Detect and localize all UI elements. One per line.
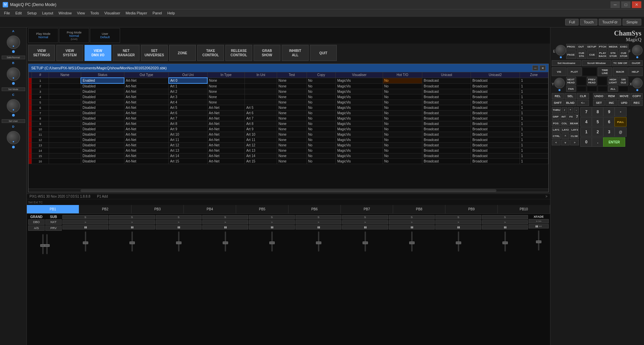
row-test[interactable]: None — [277, 137, 307, 143]
menu-panel[interactable]: Panel — [150, 10, 165, 16]
row-test[interactable]: None — [277, 148, 307, 153]
x-knob[interactable] — [632, 78, 643, 88]
fx-btn[interactable]: FX — [568, 114, 574, 120]
s-btn-1[interactable]: S — [62, 215, 108, 219]
row-test[interactable]: None — [277, 78, 307, 83]
row-hot-to[interactable]: No — [383, 83, 422, 89]
row-unicast2[interactable]: Broadcast — [471, 78, 520, 83]
row-out-type[interactable]: Art-Net — [124, 153, 169, 159]
row-in-uni[interactable]: Art 9 — [245, 127, 277, 132]
pb1-btn[interactable]: PB1 — [27, 205, 79, 213]
row-copy[interactable]: No — [307, 132, 336, 137]
row-zone[interactable]: 1 — [520, 94, 548, 100]
grand-fader[interactable] — [42, 234, 44, 254]
row-hot-to[interactable]: No — [383, 89, 422, 94]
tc-sim-btn[interactable]: TC SIM Off — [612, 60, 629, 66]
row-copy[interactable]: No — [307, 83, 336, 89]
row-zone[interactable]: 1 — [520, 78, 548, 83]
scrollbar[interactable] — [29, 189, 548, 192]
as-btn[interactable]: A/S — [28, 225, 45, 231]
row-hot-to[interactable]: No — [383, 121, 422, 127]
row-status[interactable]: Disabled — [81, 94, 124, 100]
row-test[interactable]: None — [277, 111, 307, 116]
fader-4[interactable] — [225, 231, 226, 252]
row-unicast2[interactable]: Broadcast — [471, 100, 520, 105]
gt-btn-9[interactable]: > — [435, 220, 481, 224]
row-visualiser[interactable]: MagicVis — [336, 116, 383, 121]
row-out-type[interactable]: Art-Net — [124, 83, 169, 89]
row-zone[interactable]: 1 — [520, 111, 548, 116]
clr-btn[interactable]: CLR — [577, 93, 589, 99]
row-out-uni[interactable]: Art 7 — [169, 116, 207, 121]
row-out-type[interactable]: Art-Net — [124, 127, 169, 132]
row-visualiser[interactable]: MagicVis — [336, 89, 383, 94]
row-unicast[interactable]: Broadcast — [422, 116, 471, 121]
knob-d[interactable] — [7, 131, 20, 144]
row-unicast2[interactable]: Broadcast — [471, 116, 520, 121]
row-out-type[interactable]: Art-Net — [124, 94, 169, 100]
row-in-uni[interactable]: Art 7 — [245, 116, 277, 121]
row-zone[interactable]: 1 — [520, 127, 548, 132]
row-status[interactable]: Disabled — [81, 153, 124, 159]
safe-normal-btn[interactable]: Safe/Normal — [2, 56, 25, 59]
grp-btn[interactable]: GRP — [552, 114, 559, 120]
num1-numpad[interactable]: 1 — [580, 127, 592, 137]
row-out-uni[interactable]: Art 1 — [169, 83, 207, 89]
fader-9[interactable] — [458, 231, 459, 252]
row-hot-to[interactable]: No — [383, 94, 422, 100]
row-visualiser[interactable]: MagicVis — [336, 159, 383, 164]
row-status[interactable]: Disabled — [81, 143, 124, 148]
row-unicast2[interactable]: Broadcast — [471, 127, 520, 132]
fader-2[interactable] — [131, 231, 133, 252]
row-in-uni[interactable]: Art 5 — [245, 105, 277, 111]
int-btn[interactable]: INT — [560, 114, 567, 120]
setup-btn[interactable]: SETUP — [586, 44, 597, 50]
row-copy[interactable]: No — [307, 116, 336, 121]
row-visualiser[interactable]: MagicVis — [336, 137, 383, 143]
row-zone[interactable]: 1 — [520, 116, 548, 121]
num3-numpad[interactable]: 3 — [603, 127, 615, 137]
set-user-btn[interactable]: Set User — [2, 119, 25, 123]
table-row[interactable]: 10 Disabled Art-Net Art 9 Art-Net Art 9 … — [29, 127, 548, 132]
macr-btn[interactable]: MACR — [613, 67, 628, 76]
menu-tools[interactable]: Tools — [88, 10, 102, 16]
full-numpad[interactable]: FULL — [614, 117, 627, 127]
row-in-uni[interactable]: Art 8 — [245, 121, 277, 127]
plot-btn[interactable]: PLOT — [567, 67, 582, 76]
help-btn[interactable]: HELP — [628, 67, 643, 76]
num2-numpad[interactable]: 2 — [592, 127, 604, 137]
row-unicast[interactable]: Broadcast — [422, 121, 471, 127]
num0-numpad[interactable]: 0 — [580, 137, 592, 147]
col-btn[interactable]: COL — [560, 121, 569, 126]
fader-5[interactable] — [271, 231, 273, 252]
row-visualiser[interactable]: MagicVis — [336, 153, 383, 159]
table-row[interactable]: 4 Disabled Art-Net Art 3 None None No Ma… — [29, 94, 548, 100]
row-hot-to[interactable]: No — [383, 137, 422, 143]
row-hot-to[interactable]: No — [383, 105, 422, 111]
row-out-uni[interactable]: Art 14 — [169, 153, 207, 159]
row-zone[interactable]: 1 — [520, 105, 548, 111]
row-copy[interactable]: No — [307, 89, 336, 94]
knob-a[interactable] — [7, 36, 20, 49]
prev-head-btn[interactable]: PREV HEAD — [587, 77, 597, 85]
row-copy[interactable]: No — [307, 137, 336, 143]
table-row[interactable]: 5 Disabled Art-Net Art 4 None None No Ma… — [29, 100, 548, 105]
row-copy[interactable]: No — [307, 105, 336, 111]
scrollbar-thumb[interactable] — [80, 189, 496, 192]
row-test[interactable]: None — [277, 143, 307, 148]
row-test[interactable]: None — [277, 159, 307, 164]
fader-3[interactable] — [178, 231, 179, 252]
row-test[interactable]: None — [277, 105, 307, 111]
row-visualiser[interactable]: MagicVis — [336, 111, 383, 116]
table-row[interactable]: 14 Disabled Art-Net Art 13 Art-Net Art 1… — [29, 148, 548, 153]
s-btn-3[interactable]: S — [156, 215, 202, 219]
row-test[interactable]: None — [277, 127, 307, 132]
row-in-uni[interactable]: Art 11 — [245, 137, 277, 143]
row-out-uni[interactable]: Art 0 — [169, 78, 207, 83]
menu-media player[interactable]: Media Player — [123, 10, 150, 16]
row-status[interactable]: Disabled — [81, 121, 124, 127]
row-in-uni[interactable] — [245, 78, 277, 83]
ptch-btn[interactable]: PTCH — [598, 44, 607, 50]
row-in-type[interactable]: None — [207, 94, 245, 100]
table-row[interactable]: 7 Disabled Art-Net Art 6 Art-Net Art 6 N… — [29, 111, 548, 116]
